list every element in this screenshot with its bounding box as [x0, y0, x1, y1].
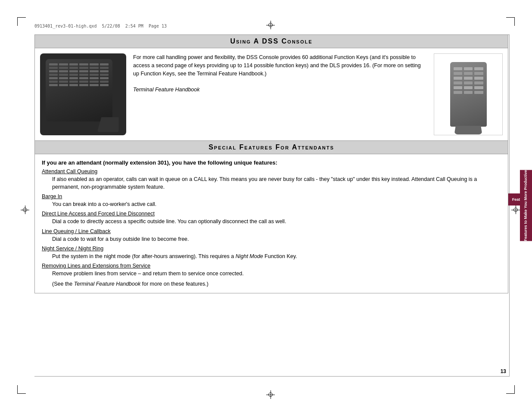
feature-night-service: Night Service / Night Ring Put the syste…: [42, 246, 501, 260]
key: [90, 77, 99, 79]
skey: [454, 72, 462, 75]
feature-title-3: Direct Line Access and Forced Line Disco…: [42, 211, 501, 217]
feature-title-1: Attendant Call Queuing: [42, 168, 501, 174]
key: [69, 63, 78, 65]
key: [59, 77, 68, 79]
key: [69, 74, 78, 76]
feature-desc-6: Remove problem lines from service – and …: [52, 270, 501, 277]
crop-mark-bottom-right: [506, 385, 515, 394]
key: [100, 74, 109, 76]
crop-mark-top-right: [506, 17, 515, 26]
key: [79, 74, 88, 76]
key: [49, 84, 58, 86]
key: [59, 84, 68, 86]
key: [100, 77, 109, 79]
section-special-features: Special Features For Attendants If you a…: [34, 141, 508, 293]
key: [69, 84, 78, 86]
key: [90, 67, 99, 69]
skey: [454, 77, 462, 80]
skey: [474, 86, 483, 89]
dss-console-image-left: [40, 53, 126, 135]
crop-mark-top-left: [17, 17, 26, 26]
key: [69, 77, 78, 79]
main-content: Using A DSS Console: [34, 34, 508, 377]
page-number: 13: [501, 368, 506, 374]
key: [100, 70, 109, 72]
feature-desc-4: Dial a code to wait for a busy outside l…: [52, 235, 501, 243]
key: [90, 74, 99, 76]
key: [59, 81, 68, 83]
key: [90, 63, 99, 65]
feature-direct-line-access: Direct Line Access and Forced Line Disco…: [42, 211, 501, 225]
key: [49, 67, 58, 69]
skey: [474, 91, 483, 94]
key: [49, 77, 58, 79]
skey: [464, 77, 473, 80]
key: [69, 70, 78, 72]
features-side-tab: Features to Make You More Productive: [520, 170, 532, 241]
key: [90, 84, 99, 86]
feature-removing-lines: Removing Lines and Extensions from Servi…: [42, 263, 501, 277]
feature-desc-1: If also enabled as an operator, calls ca…: [52, 175, 501, 191]
key: [100, 81, 109, 83]
key: [59, 67, 68, 69]
key: [100, 84, 109, 86]
small-body: [450, 62, 487, 127]
key: [100, 63, 109, 65]
section-dss: Using A DSS Console: [34, 34, 508, 141]
feature-title-4: Line Queuing / Line Callback: [42, 228, 501, 234]
key: [79, 77, 88, 79]
skey: [454, 67, 462, 70]
dss-console-image-right: [434, 53, 503, 135]
dss-description: For more call handling power and flexibi…: [133, 53, 427, 94]
key: [69, 67, 78, 69]
key: [49, 70, 58, 72]
feature-desc-5: Put the system in the night mode (for af…: [52, 252, 501, 260]
skey: [474, 81, 483, 84]
key: [49, 74, 58, 76]
small-stand: [454, 126, 482, 134]
key: [79, 67, 88, 69]
key: [79, 81, 88, 83]
key: [69, 81, 78, 83]
skey: [464, 72, 473, 75]
key: [59, 63, 68, 65]
skey: [474, 72, 483, 75]
key: [79, 70, 88, 72]
skey: [474, 67, 483, 70]
feature-title-2: Barge In: [42, 193, 501, 199]
key: [59, 74, 68, 76]
key: [59, 70, 68, 72]
feature-title-6: Removing Lines and Extensions from Servi…: [42, 263, 501, 269]
feature-desc-2: You can break into a co-worker's active …: [52, 200, 501, 208]
key: [100, 67, 109, 69]
dss-small-console: [438, 57, 498, 132]
skey: [454, 86, 462, 89]
crop-mark-bottom-left: [17, 385, 26, 394]
skey: [464, 67, 473, 70]
special-features-intro: If you are an attendant (normally extens…: [42, 159, 501, 166]
skey: [454, 91, 462, 94]
file-metadata: 0913401_rev3-01-high.qxd 5/22/08 2:54 PM…: [34, 24, 167, 28]
dss-large-console: [44, 57, 123, 132]
console-body: [46, 59, 112, 121]
side-tab-text: Features to Make You More Productive: [523, 170, 529, 241]
dss-section-title: Using A DSS Console: [35, 35, 508, 48]
special-features-body: If you are an attendant (normally extens…: [35, 154, 508, 293]
key: [90, 81, 99, 83]
feature-attendant-call-queuing: Attendant Call Queuing If also enabled a…: [42, 168, 501, 191]
right-border: [509, 34, 510, 377]
special-features-footer: (See the Terminal Feature Handbook for m…: [52, 280, 501, 288]
skey: [454, 81, 462, 84]
key: [49, 81, 58, 83]
key: [90, 70, 99, 72]
skey: [474, 77, 483, 80]
feature-barge-in: Barge In You can break into a co-worker'…: [42, 193, 501, 208]
feature-line-queuing: Line Queuing / Line Callback Dial a code…: [42, 228, 501, 243]
key: [49, 63, 58, 65]
skey: [464, 91, 473, 94]
skey: [464, 81, 473, 84]
key: [79, 84, 88, 86]
special-features-title: Special Features For Attendants: [35, 141, 508, 154]
dss-section-body: For more call handling power and flexibi…: [35, 48, 508, 140]
